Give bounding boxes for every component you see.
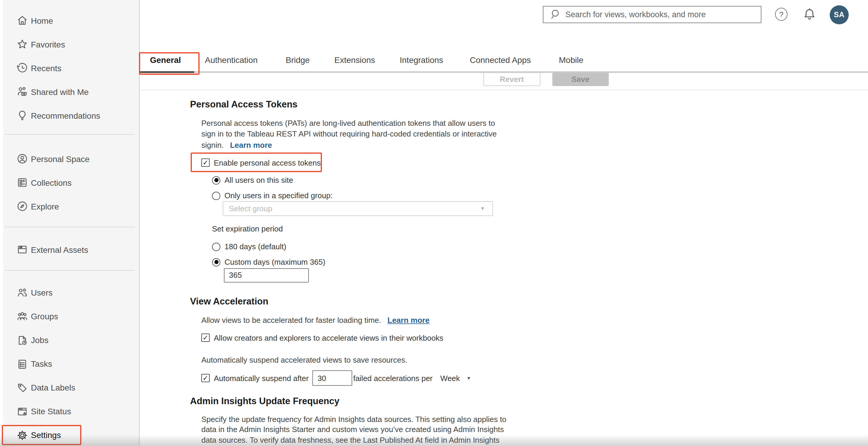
sidebar-item-label: Recommendations	[31, 111, 100, 120]
checkbox-label: Enable personal access tokens	[214, 158, 321, 167]
radio-selected[interactable]	[212, 258, 220, 266]
tab-authentication[interactable]: Authentication	[205, 55, 257, 65]
sidebar-item-label: Home	[31, 16, 53, 25]
section-title: Personal Access Tokens	[190, 99, 298, 110]
checkbox-checked[interactable]: ✓	[202, 159, 210, 167]
help-icon[interactable]: ?	[775, 8, 787, 21]
period-dropdown-value[interactable]: Week	[440, 374, 460, 382]
sidebar-item-label: External Assets	[31, 245, 88, 254]
sidebar-item-personal-space[interactable]: Personal Space	[0, 147, 139, 171]
search-input[interactable]	[543, 6, 762, 23]
description-text: Allow views to be accelerated for faster…	[202, 316, 381, 324]
description-text: signin.	[202, 140, 224, 149]
radio-selected[interactable]	[212, 176, 220, 184]
select-placeholder: Select group	[229, 204, 272, 213]
checkbox-checked[interactable]: ✓	[202, 374, 210, 382]
sidebar-item-recents[interactable]: Recents	[0, 56, 139, 80]
sidebar-item-external-assets[interactable]: External Assets	[0, 238, 139, 262]
custom-days-input[interactable]	[224, 268, 309, 282]
failed-accelerations-input[interactable]	[312, 370, 352, 386]
sidebar-item-home[interactable]: Home	[0, 9, 139, 32]
sidebar-item-label: Settings	[31, 430, 61, 440]
sidebar-item-explore[interactable]: Explore	[0, 194, 139, 218]
suspend-description: Automatically suspend accelerated views …	[202, 355, 407, 366]
sidebar-divider	[5, 270, 135, 270]
home-icon	[16, 14, 29, 27]
enable-pat-checkbox-row[interactable]: ✓ Enable personal access tokens	[202, 155, 321, 170]
chevron-down-icon: ▼	[480, 206, 485, 211]
jobs-icon	[16, 334, 29, 346]
checkbox-label: Automatically suspend after	[214, 374, 309, 382]
radio-label: Only users in a specified group:	[224, 191, 333, 200]
checkbox-checked[interactable]: ✓	[202, 334, 210, 342]
save-button[interactable]: Save	[552, 72, 609, 86]
sidebar-item-groups[interactable]: Groups	[0, 304, 139, 328]
auto-suspend-checkbox-row[interactable]: ✓ Automatically suspend after failed acc…	[202, 370, 471, 386]
learn-more-link[interactable]: Learn more	[388, 316, 430, 324]
box-icon	[16, 243, 29, 256]
tab-mobile[interactable]: Mobile	[559, 55, 584, 65]
allow-acceleration-checkbox-row[interactable]: ✓ Allow creators and explorers to accele…	[202, 330, 443, 345]
sidebar-item-label: Tasks	[31, 359, 52, 369]
radio-unselected[interactable]	[212, 242, 220, 251]
groups-icon	[16, 310, 29, 322]
group-select-dropdown[interactable]: Select group ▼	[222, 201, 493, 216]
sidebar-item-shared-with-me[interactable]: Shared with Me	[0, 80, 139, 104]
toolbar-divider	[140, 89, 868, 90]
sidebar-item-tasks[interactable]: Tasks	[0, 352, 139, 376]
radio-180-days-row[interactable]: 180 days (default)	[212, 239, 286, 254]
sidebar: Home Favorites Recents Shared with Me Re…	[0, 0, 140, 446]
checkbox-label: Allow creators and explorers to accelera…	[214, 333, 443, 342]
lightbulb-icon	[16, 109, 29, 122]
description-line: Personal access tokens (PATs) are long-l…	[202, 118, 497, 129]
sidebar-divider	[5, 134, 135, 135]
person-circle-icon	[16, 152, 29, 165]
tab-integrations[interactable]: Integrations	[400, 55, 443, 65]
help-glyph: ?	[779, 10, 783, 19]
description-line: Specify the update frequency for Admin I…	[202, 414, 506, 425]
sidebar-item-users[interactable]: Users	[0, 281, 139, 304]
sidebar-item-label: Users	[31, 288, 53, 297]
collections-icon	[16, 176, 29, 189]
sidebar-item-site-status[interactable]: Site Status	[0, 400, 139, 423]
bell-icon[interactable]	[802, 7, 817, 22]
star-icon	[16, 38, 29, 50]
description-line: sign in to the Tableau REST API without …	[202, 129, 497, 140]
sidebar-item-favorites[interactable]: Favorites	[0, 32, 139, 56]
sidebar-item-label: Personal Space	[31, 154, 90, 164]
sidebar-divider	[5, 227, 135, 227]
learn-more-link[interactable]: Learn more	[230, 140, 272, 149]
revert-button[interactable]: Revert	[484, 72, 540, 86]
tab-extensions[interactable]: Extensions	[334, 55, 375, 65]
tab-bridge[interactable]: Bridge	[286, 55, 310, 65]
avatar[interactable]: SA	[830, 5, 849, 24]
tab-general[interactable]: General	[150, 55, 181, 65]
sidebar-item-settings[interactable]: Settings	[0, 423, 139, 446]
tasks-icon	[16, 357, 29, 370]
sidebar-item-jobs[interactable]: Jobs	[0, 328, 139, 352]
tableau-settings-page: Home Favorites Recents Shared with Me Re…	[0, 0, 868, 446]
sidebar-item-label: Recents	[31, 63, 61, 73]
compass-icon	[16, 200, 29, 212]
sidebar-item-label: Collections	[31, 178, 71, 187]
suspend-unit-label: failed accelerations per	[353, 374, 432, 382]
section-description: Personal access tokens (PATs) are long-l…	[202, 118, 497, 151]
gear-icon	[16, 429, 29, 441]
tag-icon	[16, 381, 29, 394]
shared-icon	[16, 85, 29, 98]
chevron-down-icon[interactable]: ▼	[467, 375, 471, 381]
radio-all-users-row[interactable]: All users on this site	[212, 172, 293, 188]
sidebar-item-label: Site Status	[31, 407, 71, 416]
section-description: Allow views to be accelerated for faster…	[202, 315, 429, 326]
sidebar-item-recommendations[interactable]: Recommendations	[0, 104, 139, 127]
users-icon	[16, 286, 29, 299]
section-title: View Acceleration	[190, 296, 269, 307]
history-icon	[16, 62, 29, 74]
sidebar-item-label: Explore	[31, 202, 59, 211]
tab-connected-apps[interactable]: Connected Apps	[470, 55, 531, 65]
radio-custom-days-row[interactable]: Custom days (maximum 365)	[212, 254, 326, 270]
sidebar-item-collections[interactable]: Collections	[0, 171, 139, 194]
sidebar-item-label: Data Labels	[31, 383, 75, 392]
radio-unselected[interactable]	[212, 192, 220, 200]
sidebar-item-data-labels[interactable]: Data Labels	[0, 376, 139, 400]
